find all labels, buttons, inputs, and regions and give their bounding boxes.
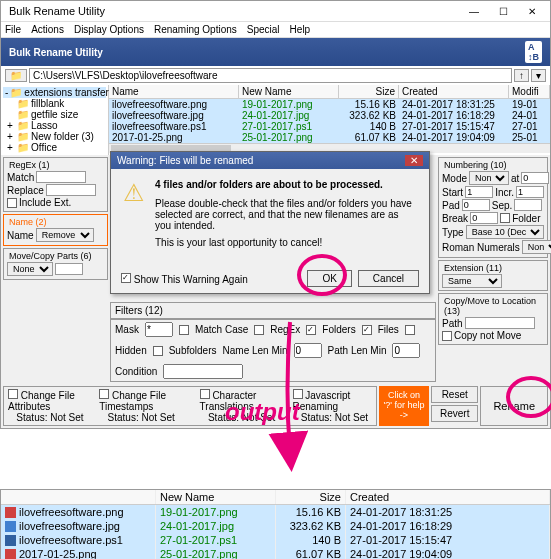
- menu-help[interactable]: Help: [290, 24, 311, 35]
- ab-icon[interactable]: A↕B: [525, 41, 542, 63]
- col-modif[interactable]: Modifi: [509, 85, 550, 98]
- output-row[interactable]: 2017-01-25.png25-01-2017.png61.07 KB24-0…: [1, 547, 550, 559]
- menu-renaming[interactable]: Renaming Options: [154, 24, 237, 35]
- folder-tree[interactable]: -📁extensions transfer 📁fillblank 📁getfil…: [1, 85, 109, 155]
- tree-item[interactable]: +📁New folder (3): [3, 131, 106, 142]
- dialog-titlebar: Warning: Files will be renamed ✕: [111, 152, 429, 169]
- help-hint[interactable]: Click on '?' for help ->: [379, 386, 429, 426]
- tree-item[interactable]: 📁fillblank: [3, 98, 106, 109]
- dialog-close-button[interactable]: ✕: [405, 155, 423, 166]
- numbering-panel: Numbering (10) ModeNoneat StartIncr. Pad…: [438, 157, 548, 258]
- special-panel: Change File Attributes Status: Not Set C…: [3, 386, 377, 426]
- rename-button[interactable]: Rename: [480, 386, 548, 426]
- menu-file[interactable]: File: [5, 24, 21, 35]
- main-window: Bulk Rename Utility — ☐ ✕ File Actions D…: [0, 0, 551, 429]
- tree-item[interactable]: +📁Lasso: [3, 120, 106, 131]
- dialog-line2: This is your last opportunity to cancel!: [155, 237, 417, 248]
- col-new[interactable]: New Name: [239, 85, 339, 98]
- minimize-button[interactable]: —: [463, 6, 485, 17]
- titlebar: Bulk Rename Utility — ☐ ✕: [1, 1, 550, 22]
- output-row[interactable]: ilovefreesoftware.png19-01-2017.png15.16…: [1, 505, 550, 519]
- options-panels: RegEx (1) Match Replace Include Ext. Nam…: [1, 155, 550, 384]
- file-list: Name New Name Size Created Modifi ilovef…: [109, 85, 550, 155]
- col-size[interactable]: Size: [339, 85, 399, 98]
- dialog-cancel-button[interactable]: Cancel: [358, 270, 419, 287]
- files-checkbox[interactable]: [362, 325, 372, 335]
- dialog-line1: Please double-check that the files and/o…: [155, 198, 417, 231]
- close-button[interactable]: ✕: [522, 6, 542, 17]
- output-row[interactable]: ilovefreesoftware.jpg24-01-2017.jpg323.6…: [1, 519, 550, 533]
- movecopy-panel: Move/Copy Parts (6) None: [3, 248, 108, 280]
- dialog-ok-button[interactable]: OK: [307, 270, 351, 287]
- output-row[interactable]: ilovefreesoftware.ps127-01-2017.ps1140 B…: [1, 533, 550, 547]
- app-title-bar: Bulk Rename Utility A↕B: [1, 38, 550, 66]
- menu-actions[interactable]: Actions: [31, 24, 64, 35]
- window-controls: — ☐ ✕: [463, 6, 542, 17]
- file-row[interactable]: ilovefreesoftware.ps127-01-2017.ps1140 B…: [109, 121, 550, 132]
- app-title: Bulk Rename Utility: [9, 47, 103, 58]
- warning-icon: ⚠: [123, 179, 145, 254]
- mask-input[interactable]: [145, 322, 173, 337]
- regex-panel: RegEx (1) Match Replace Include Ext.: [3, 157, 108, 212]
- extension-select[interactable]: Same: [442, 274, 502, 288]
- filters-panel: Filters (12): [110, 302, 436, 319]
- menu-special[interactable]: Special: [247, 24, 280, 35]
- up-button[interactable]: ↑: [514, 69, 529, 82]
- regex-replace-input[interactable]: [46, 184, 96, 196]
- main-area: -📁extensions transfer 📁fillblank 📁getfil…: [1, 85, 550, 155]
- path-bar: 📁 ↑ ▾: [1, 66, 550, 85]
- dropdown-button[interactable]: ▾: [531, 69, 546, 82]
- menu-display[interactable]: Display Options: [74, 24, 144, 35]
- numbering-mode-select[interactable]: None: [469, 171, 509, 185]
- path-input[interactable]: [29, 68, 512, 83]
- regex-checkbox[interactable]: [254, 325, 264, 335]
- arrow-annotation: [280, 322, 320, 464]
- file-row[interactable]: ilovefreesoftware.png19-01-2017.png15.16…: [109, 99, 550, 110]
- menubar: File Actions Display Options Renaming Op…: [1, 22, 550, 38]
- col-created[interactable]: Created: [399, 85, 509, 98]
- revert-button[interactable]: Revert: [431, 405, 478, 422]
- output-table: New Name Size Created ilovefreesoftware.…: [0, 489, 551, 559]
- col-name[interactable]: Name: [109, 85, 239, 98]
- file-list-header: Name New Name Size Created Modifi: [109, 85, 550, 99]
- extension-panel: Extension (11) Same: [438, 260, 548, 291]
- tree-item[interactable]: -📁extensions transfer: [3, 87, 106, 98]
- location-panel: Copy/Move to Location (13) Path Copy not…: [438, 293, 548, 345]
- hidden-checkbox[interactable]: [405, 325, 415, 335]
- filters-content: Mask Match Case RegEx Folders Files Hidd…: [110, 319, 436, 382]
- subfolders-checkbox[interactable]: [153, 346, 163, 356]
- warning-dialog: Warning: Files will be renamed ✕ ⚠ 4 fil…: [110, 151, 430, 294]
- name-panel: Name (2) NameRemove: [3, 214, 108, 246]
- output-table-header: New Name Size Created: [1, 490, 550, 505]
- tree-item[interactable]: +📁Office: [3, 142, 106, 153]
- regex-match-input[interactable]: [36, 171, 86, 183]
- dialog-main-text: 4 files and/or folders are about to be p…: [155, 179, 417, 190]
- matchcase-checkbox[interactable]: [179, 325, 189, 335]
- movecopy-select[interactable]: None: [7, 262, 53, 276]
- reset-button[interactable]: Reset: [431, 386, 478, 403]
- folder-icon[interactable]: 📁: [5, 69, 27, 82]
- show-warning-checkbox[interactable]: [121, 273, 131, 283]
- tree-item[interactable]: 📁getfile size: [3, 109, 106, 120]
- name-mode-select[interactable]: Remove: [36, 228, 94, 242]
- include-ext-checkbox[interactable]: [7, 198, 17, 208]
- window-title: Bulk Rename Utility: [9, 5, 105, 17]
- maximize-button[interactable]: ☐: [493, 6, 514, 17]
- file-row[interactable]: ilovefreesoftware.jpg24-01-2017.jpg323.6…: [109, 110, 550, 121]
- file-row[interactable]: 2017-01-25.png25-01-2017.png61.07 KB24-0…: [109, 132, 550, 143]
